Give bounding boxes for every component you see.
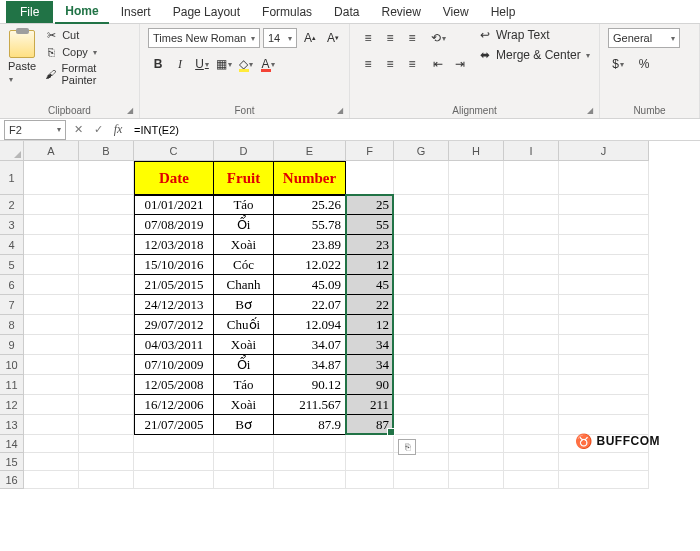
cell[interactable]: 12.094 bbox=[274, 315, 346, 335]
cell[interactable] bbox=[449, 275, 504, 295]
cell[interactable] bbox=[24, 415, 79, 435]
cell[interactable] bbox=[346, 471, 394, 489]
row-header[interactable]: 6 bbox=[0, 275, 24, 295]
cell[interactable]: Xoài bbox=[214, 395, 274, 415]
cell[interactable] bbox=[504, 195, 559, 215]
cell[interactable] bbox=[214, 453, 274, 471]
cell[interactable] bbox=[394, 335, 449, 355]
cell[interactable]: 45.09 bbox=[274, 275, 346, 295]
cell[interactable]: 07/10/2009 bbox=[134, 355, 214, 375]
cell[interactable]: Cóc bbox=[214, 255, 274, 275]
row-header[interactable]: 1 bbox=[0, 161, 24, 195]
underline-button[interactable]: U▾ bbox=[192, 54, 212, 74]
cell[interactable] bbox=[79, 161, 134, 195]
cell[interactable] bbox=[24, 275, 79, 295]
cell[interactable] bbox=[504, 295, 559, 315]
percent-format-button[interactable]: % bbox=[634, 54, 654, 74]
cell[interactable] bbox=[134, 435, 214, 453]
cell[interactable] bbox=[394, 215, 449, 235]
tab-home[interactable]: Home bbox=[55, 0, 108, 24]
row-header[interactable]: 16 bbox=[0, 471, 24, 489]
cell[interactable]: 211.567 bbox=[274, 395, 346, 415]
italic-button[interactable]: I bbox=[170, 54, 190, 74]
cell[interactable] bbox=[24, 395, 79, 415]
cell[interactable] bbox=[24, 161, 79, 195]
tab-help[interactable]: Help bbox=[481, 1, 526, 23]
cell[interactable]: 12/05/2008 bbox=[134, 375, 214, 395]
cell[interactable] bbox=[346, 435, 394, 453]
cell[interactable] bbox=[449, 315, 504, 335]
cell[interactable]: Bơ bbox=[214, 415, 274, 435]
cell[interactable] bbox=[504, 375, 559, 395]
number-format-select[interactable]: General▾ bbox=[608, 28, 680, 48]
cell[interactable] bbox=[559, 235, 649, 255]
cell[interactable] bbox=[394, 195, 449, 215]
cell[interactable] bbox=[504, 335, 559, 355]
row-header[interactable]: 13 bbox=[0, 415, 24, 435]
cell[interactable]: 55.78 bbox=[274, 215, 346, 235]
cell[interactable] bbox=[394, 295, 449, 315]
cell[interactable] bbox=[79, 471, 134, 489]
column-header[interactable]: H bbox=[449, 141, 504, 161]
cell[interactable] bbox=[504, 435, 559, 453]
tab-view[interactable]: View bbox=[433, 1, 479, 23]
tab-data[interactable]: Data bbox=[324, 1, 369, 23]
cell[interactable] bbox=[449, 453, 504, 471]
cell[interactable] bbox=[559, 375, 649, 395]
align-bottom-button[interactable]: ≡ bbox=[402, 28, 422, 48]
cell[interactable] bbox=[449, 415, 504, 435]
row-header[interactable]: 8 bbox=[0, 315, 24, 335]
cell[interactable] bbox=[24, 255, 79, 275]
wrap-text-button[interactable]: ↩Wrap Text bbox=[478, 28, 590, 42]
align-middle-button[interactable]: ≡ bbox=[380, 28, 400, 48]
shrink-font-button[interactable]: A▾ bbox=[323, 28, 343, 48]
cell[interactable] bbox=[559, 453, 649, 471]
row-header[interactable]: 15 bbox=[0, 453, 24, 471]
column-header[interactable]: J bbox=[559, 141, 649, 161]
cell[interactable]: 25 bbox=[346, 195, 394, 215]
cell[interactable]: Táo bbox=[214, 195, 274, 215]
row-header[interactable]: 12 bbox=[0, 395, 24, 415]
cell[interactable]: 90.12 bbox=[274, 375, 346, 395]
font-color-button[interactable]: A▾ bbox=[258, 54, 278, 74]
grow-font-button[interactable]: A▴ bbox=[300, 28, 320, 48]
cell[interactable] bbox=[394, 355, 449, 375]
cell[interactable] bbox=[504, 395, 559, 415]
column-header[interactable]: F bbox=[346, 141, 394, 161]
cell[interactable] bbox=[79, 235, 134, 255]
cell[interactable] bbox=[449, 235, 504, 255]
dialog-launcher[interactable]: ◢ bbox=[337, 106, 347, 116]
column-header[interactable]: G bbox=[394, 141, 449, 161]
cell[interactable] bbox=[559, 471, 649, 489]
select-all-button[interactable] bbox=[0, 141, 24, 161]
cell[interactable]: 34 bbox=[346, 335, 394, 355]
accounting-format-button[interactable]: $▾ bbox=[608, 54, 628, 74]
tab-insert[interactable]: Insert bbox=[111, 1, 161, 23]
decrease-indent-button[interactable]: ⇤ bbox=[428, 54, 448, 74]
cell[interactable] bbox=[24, 355, 79, 375]
row-header[interactable]: 5 bbox=[0, 255, 24, 275]
cell[interactable]: 12 bbox=[346, 315, 394, 335]
cell[interactable] bbox=[559, 415, 649, 435]
cell[interactable] bbox=[449, 395, 504, 415]
cell[interactable] bbox=[394, 161, 449, 195]
column-header[interactable]: D bbox=[214, 141, 274, 161]
column-header[interactable]: I bbox=[504, 141, 559, 161]
cell[interactable] bbox=[79, 295, 134, 315]
cell[interactable] bbox=[504, 235, 559, 255]
cell[interactable]: 12 bbox=[346, 255, 394, 275]
cell[interactable] bbox=[394, 453, 449, 471]
cell[interactable]: 87 bbox=[346, 415, 394, 435]
cell[interactable] bbox=[24, 335, 79, 355]
cell[interactable] bbox=[214, 471, 274, 489]
formula-input[interactable] bbox=[128, 120, 700, 140]
cell[interactable] bbox=[79, 335, 134, 355]
cell[interactable]: 22.07 bbox=[274, 295, 346, 315]
cell[interactable] bbox=[394, 275, 449, 295]
format-painter-button[interactable]: 🖌Format Painter bbox=[44, 62, 131, 86]
cell[interactable]: Bơ bbox=[214, 295, 274, 315]
cell[interactable] bbox=[274, 471, 346, 489]
cell[interactable]: Number bbox=[274, 161, 346, 195]
tab-page-layout[interactable]: Page Layout bbox=[163, 1, 250, 23]
row-header[interactable]: 2 bbox=[0, 195, 24, 215]
